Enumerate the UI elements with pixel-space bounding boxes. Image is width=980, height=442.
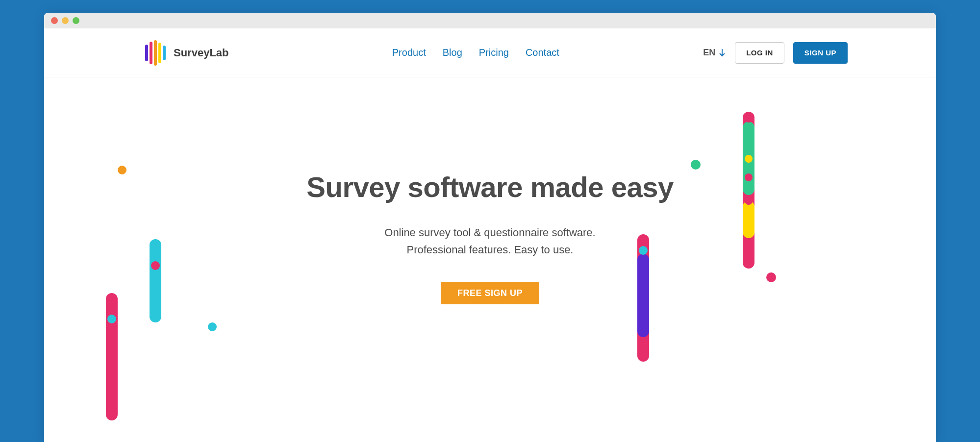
decor-dot xyxy=(208,322,217,331)
hero-title: Survey software made easy xyxy=(44,171,936,203)
hero-subtitle-line2: Professional features. Easy to use. xyxy=(407,244,574,256)
browser-window: SurveyLab Product Blog Pricing Contact E… xyxy=(44,13,936,442)
nav-link-contact[interactable]: Contact xyxy=(526,47,559,58)
decor-bar xyxy=(743,201,754,238)
free-signup-button[interactable]: FREE SIGN UP xyxy=(441,282,539,304)
window-maximize-icon[interactable] xyxy=(73,17,79,24)
logo-text: SurveyLab xyxy=(174,47,229,59)
window-minimize-icon[interactable] xyxy=(62,17,69,24)
decor-dot xyxy=(745,155,753,163)
login-button[interactable]: LOG IN xyxy=(735,42,784,64)
hero: Survey software made easy Online survey … xyxy=(44,77,936,304)
page: SurveyLab Product Blog Pricing Contact E… xyxy=(44,28,936,442)
decor-dot xyxy=(639,246,648,255)
decor-bar xyxy=(106,293,118,420)
decor-bar xyxy=(150,239,161,322)
nav-link-product[interactable]: Product xyxy=(392,47,426,58)
logo-icon xyxy=(142,40,169,66)
window-close-icon[interactable] xyxy=(51,17,58,24)
decor-bar xyxy=(637,254,649,337)
logo[interactable]: SurveyLab xyxy=(142,40,229,66)
header-actions: EN LOG IN SIGN UP xyxy=(703,42,848,64)
site-header: SurveyLab Product Blog Pricing Contact E… xyxy=(44,28,936,77)
browser-titlebar xyxy=(44,13,936,28)
main-nav: Product Blog Pricing Contact xyxy=(249,47,704,58)
arrow-down-icon xyxy=(718,48,726,58)
decor-dot xyxy=(766,272,776,282)
language-label: EN xyxy=(703,48,715,58)
hero-subtitle: Online survey tool & questionnaire softw… xyxy=(44,224,936,258)
nav-link-pricing[interactable]: Pricing xyxy=(479,47,509,58)
hero-subtitle-line1: Online survey tool & questionnaire softw… xyxy=(384,226,595,239)
decor-dot xyxy=(745,197,753,205)
decor-dot xyxy=(107,315,116,323)
decor-dot xyxy=(745,173,753,181)
decor-dot xyxy=(691,160,701,170)
decor-dot xyxy=(745,115,753,123)
nav-link-blog[interactable]: Blog xyxy=(443,47,462,58)
signup-button[interactable]: SIGN UP xyxy=(793,42,848,64)
language-selector[interactable]: EN xyxy=(703,48,726,58)
decor-dot xyxy=(151,261,160,270)
decor-dot xyxy=(118,166,126,174)
